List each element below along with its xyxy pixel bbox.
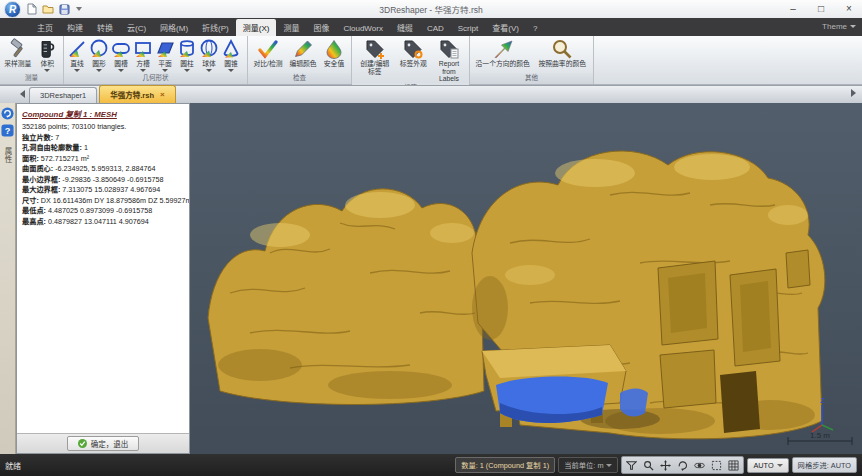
svg-text:1.5 m: 1.5 m <box>810 431 830 440</box>
minimize-button[interactable]: – <box>786 0 800 17</box>
selection-count: 数量: 1 (Compound 复制 1) <box>455 457 555 473</box>
theme-dropdown[interactable]: Theme <box>822 22 856 31</box>
tab-measure-active[interactable]: 测量(X) <box>236 19 277 36</box>
3d-mesh-rendering[interactable]: Z 1.5 m <box>190 103 862 454</box>
tab-survey[interactable]: 测量 <box>276 19 306 36</box>
create-edit-label-button[interactable]: 创建/编辑标签 <box>354 37 395 75</box>
document-tab-strip: 3DReshaper1 华强方特.rsh × <box>0 85 862 103</box>
tab-mesh[interactable]: 网格(M) <box>153 19 195 36</box>
hammer-icon <box>7 38 29 60</box>
tab-cloudworx[interactable]: CloudWorx <box>336 21 389 36</box>
confirm-exit-button[interactable]: 确定，退出 <box>67 436 140 451</box>
sample-measure-button[interactable]: 采样测量 <box>2 37 33 68</box>
circle-icon <box>88 38 110 60</box>
selection-rect-icon <box>711 460 722 471</box>
filter-button[interactable] <box>624 458 639 472</box>
chevron-down-icon <box>206 69 212 72</box>
maximize-button[interactable]: □ <box>814 0 828 17</box>
report-from-labels-button[interactable]: Report from Labels <box>431 37 467 83</box>
shape-cylinder-button[interactable]: 圆柱 <box>176 37 198 72</box>
chevron-down-icon <box>74 69 80 72</box>
chevron-down-icon <box>140 69 146 72</box>
status-bar: 就绪 数量: 1 (Compound 复制 1) 当前单位: m AUTO 网格… <box>0 454 862 476</box>
compare-inspect-button[interactable]: 对比/检测 <box>250 37 286 68</box>
beaker-icon <box>37 38 57 60</box>
chevron-down-icon <box>118 69 124 72</box>
tab-view[interactable]: 查看(V) <box>485 19 526 36</box>
zoom-button[interactable] <box>641 458 656 472</box>
close-icon[interactable]: × <box>160 90 165 99</box>
shape-cone-button[interactable]: 圆锥 <box>220 37 242 72</box>
side-strip: ? 属性 <box>0 103 16 454</box>
volume-button[interactable]: 体积 <box>33 37 61 72</box>
mesh-header: Compound 复制 1 : MESH <box>22 108 184 119</box>
tab-home[interactable]: 主页 <box>30 19 60 36</box>
shape-circle-button[interactable]: 圆形 <box>88 37 110 72</box>
ribbon-tab-strip: 主页 构建 转换 云(C) 网格(M) 折线(P) 测量(X) 测量 图像 Cl… <box>0 18 862 36</box>
label-appearance-button[interactable]: 标签外观 <box>395 37 431 68</box>
rotate-button[interactable] <box>675 458 690 472</box>
edit-colors-button[interactable]: 编辑颜色 <box>286 37 320 68</box>
refresh-icon[interactable] <box>1 107 14 120</box>
doctab-scroll-left-icon[interactable] <box>20 90 25 98</box>
ribbon-group-other: 沿一个方向的颜色 按照曲率的颜色 其他 <box>470 36 594 84</box>
line-icon <box>66 38 88 60</box>
shape-line-button[interactable]: 直线 <box>66 37 88 72</box>
orbit-button[interactable] <box>692 458 707 472</box>
slot-icon <box>110 38 132 60</box>
tab-polyline[interactable]: 折线(P) <box>195 19 236 36</box>
shape-sphere-button[interactable]: 球体 <box>198 37 220 72</box>
sphere-icon <box>198 38 220 60</box>
shape-rectslot-button[interactable]: 方槽 <box>132 37 154 72</box>
close-button[interactable]: × <box>842 0 856 17</box>
properties-tab[interactable]: 属性 <box>2 147 13 164</box>
ribbon-group-inspect: 对比/检测 编辑颜色 安全值 检查 <box>248 36 352 84</box>
color-along-direction-button[interactable]: 沿一个方向的颜色 <box>472 37 533 68</box>
tab-script[interactable]: Script <box>451 21 485 36</box>
property-line: 最大边界框: 7.313075 15.028937 4.967694 <box>22 185 184 196</box>
unit-dropdown[interactable]: 当前单位: m <box>558 457 618 473</box>
plane-icon <box>154 38 176 60</box>
application-window: R 3DReshaper - 华强方特.rsh – □ × 主页 构建 转换 云… <box>0 0 862 476</box>
safety-value-button[interactable]: 安全值 <box>320 37 348 68</box>
property-line: 最高点: 0.4879827 13.047111 4.907694 <box>22 217 184 228</box>
app-logo[interactable]: R <box>4 1 21 18</box>
curvature-color-button[interactable]: 按照曲率的颜色 <box>533 37 591 68</box>
select-rect-button[interactable] <box>709 458 724 472</box>
compare-check-icon <box>257 38 279 60</box>
property-line: 最小边界框: -9.29836 -3.850649 -0.6915758 <box>22 175 184 186</box>
chevron-down-icon <box>228 69 234 72</box>
grid-step-indicator: 网格步进: AUTO <box>792 457 857 473</box>
grid-button[interactable] <box>726 458 741 472</box>
window-controls: – □ × <box>786 0 856 17</box>
tab-sew[interactable]: 缝缀 <box>390 19 420 36</box>
filter-icon <box>626 460 637 471</box>
chevron-down-icon <box>44 69 50 72</box>
tab-construct[interactable]: 构建 <box>60 19 90 36</box>
tab-cloud[interactable]: 云(C) <box>120 19 153 36</box>
auto-dropdown[interactable]: AUTO <box>747 458 788 473</box>
tab-cad[interactable]: CAD <box>420 21 451 36</box>
property-line: 曲面质心: -6.234925, 5.959313, 2.884764 <box>22 164 184 175</box>
shape-slot-button[interactable]: 圆槽 <box>110 37 132 72</box>
tab-help[interactable]: ? <box>526 21 544 36</box>
3d-viewport[interactable]: Z 1.5 m <box>190 103 862 454</box>
chevron-down-icon <box>606 464 612 467</box>
check-icon <box>78 439 87 448</box>
tab-image[interactable]: 图像 <box>306 19 336 36</box>
pan-button[interactable] <box>658 458 673 472</box>
chevron-down-icon <box>850 25 856 28</box>
shape-plane-button[interactable]: 平面 <box>154 37 176 72</box>
doc-tab-untitled[interactable]: 3DReshaper1 <box>29 87 97 103</box>
svg-text:Z: Z <box>820 396 825 405</box>
doctab-scroll-right-icon[interactable] <box>851 89 856 97</box>
help-icon[interactable]: ? <box>1 124 14 137</box>
ready-status: 就绪 <box>5 460 21 471</box>
doc-tab-huaqiang-active[interactable]: 华强方特.rsh × <box>99 85 175 103</box>
cylinder-icon <box>176 38 198 60</box>
property-line: 独立片数: 7 <box>22 133 184 144</box>
title-bar: R 3DReshaper - 华强方特.rsh – □ × <box>0 0 862 18</box>
chevron-down-icon <box>162 69 168 72</box>
rotate-icon <box>677 460 688 471</box>
tab-transform[interactable]: 转换 <box>90 19 120 36</box>
